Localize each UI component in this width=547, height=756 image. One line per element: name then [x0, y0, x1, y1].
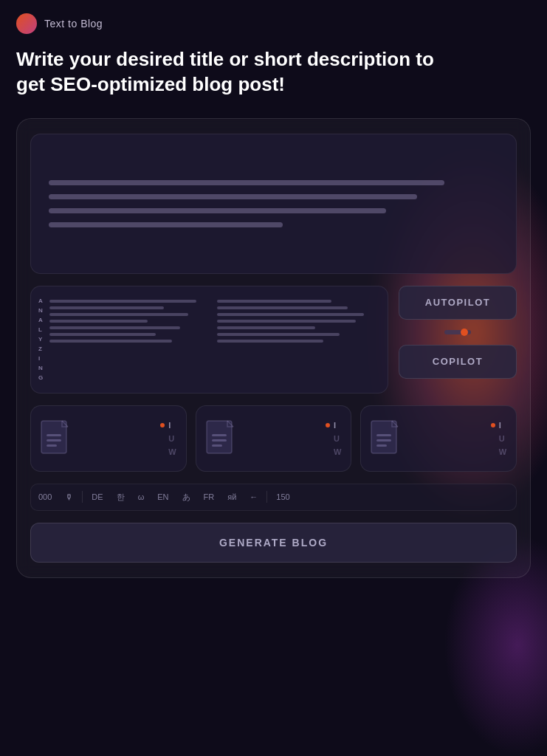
- analyzing-col-left: [49, 297, 213, 382]
- toggle-row: [399, 327, 517, 337]
- mini-line: [49, 300, 196, 303]
- doc-card-3[interactable]: I U W: [360, 405, 517, 472]
- svg-rect-1: [47, 434, 61, 436]
- lang-en[interactable]: EN: [153, 489, 173, 504]
- settings-row: 000 🎙 DE 한 ω EN あ FR яй ← 150: [30, 484, 517, 511]
- mini-line: [49, 326, 180, 329]
- mini-line: [49, 333, 156, 336]
- mini-line: [49, 306, 164, 309]
- svg-rect-0: [41, 421, 66, 453]
- dot-red-1: [160, 423, 165, 427]
- doc-option-W-3: W: [491, 447, 507, 456]
- divider-2: [266, 491, 267, 503]
- placeholder-line-2: [49, 194, 417, 199]
- lang-ko[interactable]: 한: [112, 489, 129, 506]
- svg-rect-4: [207, 421, 232, 453]
- doc-option-I-1: I: [160, 421, 171, 430]
- main-card: A N A L Y Z I N G: [16, 118, 531, 578]
- mini-line: [49, 320, 148, 323]
- svg-rect-10: [376, 439, 391, 441]
- doc-option-U-1: U: [160, 434, 175, 443]
- doc-options-2: I U W: [326, 421, 342, 456]
- mini-line: [217, 326, 315, 329]
- lang-fr[interactable]: FR: [199, 489, 219, 504]
- generate-blog-button[interactable]: GENERATE BLOG: [30, 523, 517, 563]
- mode-toggle[interactable]: [444, 330, 471, 334]
- svg-rect-9: [376, 434, 391, 436]
- mini-line: [217, 320, 356, 323]
- doc-cards-row: I U W: [30, 405, 517, 472]
- doc-icon-2: [205, 419, 238, 458]
- doc-icon-1: [40, 419, 72, 458]
- app-header: Text to Blog: [16, 13, 531, 34]
- copilot-button[interactable]: COPILOT: [399, 345, 517, 379]
- svg-rect-5: [212, 434, 227, 436]
- doc-option-I-3: I: [491, 421, 502, 430]
- word-count-right: 150: [272, 489, 294, 504]
- doc-option-U-2: U: [326, 434, 340, 443]
- mini-line: [49, 340, 172, 343]
- doc-card-2[interactable]: I U W: [196, 405, 352, 472]
- placeholder-line-3: [49, 208, 386, 213]
- analyzing-col-right: [217, 297, 380, 382]
- doc-options-3: I U W: [491, 421, 507, 456]
- dot-red-2: [326, 423, 330, 427]
- dot-red-3: [491, 423, 495, 427]
- lang-back[interactable]: ←: [245, 489, 262, 504]
- mini-line: [217, 333, 340, 336]
- middle-row: A N A L Y Z I N G: [30, 286, 517, 394]
- mini-line: [217, 300, 331, 303]
- placeholder-line-1: [49, 180, 444, 185]
- lang-ru[interactable]: яй: [223, 489, 241, 504]
- doc-icon-3: [370, 419, 402, 458]
- svg-rect-11: [376, 444, 387, 447]
- mode-buttons-panel: AUTOPILOT COPILOT: [399, 286, 517, 394]
- doc-option-I-2: I: [326, 421, 337, 430]
- toggle-dot: [461, 329, 468, 336]
- svg-rect-2: [47, 439, 61, 441]
- svg-rect-7: [212, 444, 222, 447]
- doc-option-W-2: W: [326, 447, 342, 456]
- doc-card-1[interactable]: I U W: [30, 405, 187, 472]
- analyzing-content: [49, 297, 380, 382]
- hero-text: Write your desired title or short descri…: [16, 47, 459, 97]
- app-logo: [16, 13, 37, 34]
- analyzing-panel: A N A L Y Z I N G: [30, 286, 388, 394]
- mic-button[interactable]: 🎙: [61, 489, 78, 504]
- mini-line: [217, 313, 364, 316]
- lang-ja[interactable]: あ: [178, 489, 195, 506]
- analyzing-label: A N A L Y Z I N G: [38, 297, 44, 382]
- svg-rect-6: [212, 439, 227, 441]
- doc-option-U-3: U: [491, 434, 506, 443]
- divider-1: [82, 491, 83, 503]
- placeholder-line-4: [49, 222, 283, 227]
- doc-option-W-1: W: [160, 447, 176, 456]
- autopilot-button[interactable]: AUTOPILOT: [399, 286, 517, 320]
- text-input-area[interactable]: [30, 134, 517, 274]
- mini-line: [217, 306, 348, 309]
- svg-rect-8: [371, 421, 396, 453]
- doc-options-1: I U W: [160, 421, 176, 456]
- word-count-left: 000: [34, 489, 56, 504]
- lang-de[interactable]: DE: [87, 489, 107, 504]
- lang-omega[interactable]: ω: [134, 489, 149, 504]
- mini-line: [217, 340, 323, 343]
- svg-rect-3: [47, 444, 57, 447]
- app-title: Text to Blog: [44, 18, 103, 30]
- mini-line: [49, 313, 188, 316]
